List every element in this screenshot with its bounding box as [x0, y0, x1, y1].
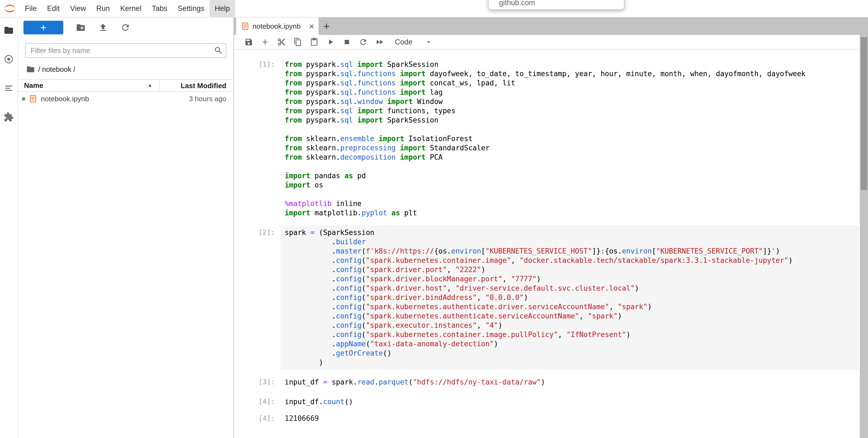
- menu-item-file[interactable]: File: [20, 0, 42, 17]
- code-editor[interactable]: input_df.count(): [280, 395, 859, 409]
- code-line: .config("spark.driver.host", "driver-ser…: [285, 284, 855, 293]
- paste-cells-button[interactable]: [306, 35, 322, 49]
- file-row[interactable]: notebook.ipynb3 hours ago: [18, 92, 234, 106]
- code-line: .config("spark.kubernetes.container.imag…: [285, 256, 855, 265]
- code-cell-4[interactable]: [4]:input_df.count(): [234, 392, 859, 411]
- menu-item-run[interactable]: Run: [91, 0, 115, 17]
- menu-item-settings[interactable]: Settings: [173, 0, 210, 17]
- tab-bar: notebook.ipynb× +: [234, 18, 868, 35]
- code-line: from pyspark.sql.functions import concat…: [285, 78, 855, 88]
- code-line: .config("spark.kubernetes.authenticate.d…: [285, 302, 855, 311]
- code-editor[interactable]: from pyspark.sql import SparkSessionfrom…: [280, 57, 859, 220]
- folder-icon: [26, 65, 35, 74]
- jupyter-logo-icon: [0, 2, 20, 15]
- breadcrumb-path: / notebook /: [38, 65, 75, 74]
- code-editor[interactable]: spark = (SparkSession .builder .master(f…: [280, 225, 859, 370]
- notebook-content: [1]:from pyspark.sql import SparkSession…: [234, 50, 868, 438]
- code-line: import matplotlib.pyplot as plt: [285, 208, 855, 217]
- notebook-toolbar: Code: [234, 35, 868, 50]
- refresh-button[interactable]: [121, 23, 130, 32]
- code-line: [285, 189, 855, 199]
- run-cell-button[interactable]: [322, 35, 339, 49]
- code-line: .config("spark.kubernetes.authenticate.s…: [285, 311, 855, 321]
- cell-type-value: Code: [395, 38, 412, 47]
- input-prompt: [1]:: [234, 57, 280, 220]
- toolbar-buttons: [241, 35, 388, 49]
- code-line: from sklearn.preprocessing import Standa…: [285, 143, 855, 152]
- cut-cells-button[interactable]: [273, 35, 289, 49]
- tab-label: notebook.ipynb: [252, 22, 301, 31]
- cell-type-dropdown[interactable]: Code: [395, 38, 433, 47]
- output-text: 12106669: [280, 413, 323, 424]
- menu-item-help[interactable]: Help: [210, 0, 235, 17]
- popup-text: github.com: [499, 0, 535, 7]
- menu-items: FileEditViewRunKernelTabsSettingsHelp: [20, 0, 235, 17]
- new-launcher-button[interactable]: +: [24, 21, 63, 34]
- input-prompt: [2]:: [234, 225, 280, 370]
- extensions-icon[interactable]: [4, 112, 14, 123]
- insert-cell-button[interactable]: [257, 35, 273, 49]
- code-cell-3[interactable]: [3]:input_df = spark.read.parquet("hdfs:…: [234, 372, 859, 392]
- tab-notebook[interactable]: notebook.ipynb×: [236, 18, 318, 35]
- code-line: from pyspark.sql.window import Window: [285, 97, 855, 106]
- menu-item-edit[interactable]: Edit: [42, 0, 65, 17]
- code-cell-1[interactable]: [1]:from pyspark.sql import SparkSession…: [234, 55, 859, 223]
- code-line: .config("spark.kubernetes.container.imag…: [285, 330, 855, 339]
- code-line: .config("spark.driver.port", "2222"): [285, 265, 855, 274]
- input-prompt: [3]:: [234, 375, 280, 389]
- new-folder-button[interactable]: [76, 23, 86, 32]
- code-line: .builder: [285, 237, 855, 246]
- running-kernels-icon[interactable]: [4, 54, 14, 65]
- code-line: import os: [285, 180, 855, 189]
- file-last-modified: 3 hours ago: [159, 95, 234, 103]
- file-list: notebook.ipynb3 hours ago: [18, 92, 234, 106]
- code-line: .config("spark.executor.instances", "4"): [285, 321, 855, 330]
- notebook-icon: [241, 22, 249, 30]
- menu-item-view[interactable]: View: [65, 0, 91, 17]
- code-editor[interactable]: input_df = spark.read.parquet("hdfs://hd…: [280, 375, 859, 389]
- file-browser-toolbar: +: [18, 18, 234, 38]
- code-line: from sklearn.ensemble import IsolationFo…: [285, 134, 855, 143]
- cell-output: [4]:12106669: [234, 411, 859, 425]
- copy-cells-button[interactable]: [289, 35, 306, 49]
- code-line: ): [285, 358, 855, 367]
- restart-kernel-button[interactable]: [355, 35, 371, 49]
- dock-panel: notebook.ipynb× + Code [1]:from pyspark.…: [234, 18, 868, 438]
- filter-box: [25, 43, 226, 58]
- code-cell-2[interactable]: [2]:spark = (SparkSession .builder .mast…: [234, 223, 859, 372]
- code-line: from pyspark.sql import SparkSession: [285, 115, 855, 125]
- sort-ascending-icon: ▲: [148, 83, 152, 88]
- code-line: input_df.count(): [285, 397, 855, 406]
- name-column-label: Name: [24, 81, 43, 90]
- menu-item-tabs[interactable]: Tabs: [147, 0, 173, 17]
- file-browser-icon[interactable]: [4, 25, 14, 36]
- scrollbar-thumb[interactable]: [861, 37, 867, 190]
- code-line: .master(f'k8s://https://{os.environ["KUB…: [285, 246, 855, 256]
- output-prompt: [4]:: [234, 413, 280, 424]
- file-browser-panel: + / notebook / Name ▲ Last Modified note…: [18, 18, 234, 438]
- code-line: %matplotlib inline: [285, 199, 855, 208]
- running-kernel-indicator: [22, 97, 25, 101]
- code-line: spark = (SparkSession: [285, 228, 855, 237]
- help-link-popup: github.com: [488, 0, 624, 10]
- save-button[interactable]: [241, 35, 257, 49]
- table-of-contents-icon[interactable]: [4, 83, 14, 94]
- breadcrumb[interactable]: / notebook /: [18, 58, 234, 79]
- vertical-scrollbar[interactable]: [860, 35, 868, 438]
- menu-item-kernel[interactable]: Kernel: [115, 0, 147, 17]
- interrupt-kernel-button[interactable]: [339, 35, 355, 49]
- search-icon: [214, 46, 223, 56]
- restart-run-all-button[interactable]: [371, 35, 388, 49]
- close-icon[interactable]: ×: [309, 22, 314, 31]
- code-line: from sklearn.decomposition import PCA: [285, 152, 855, 162]
- column-header-name[interactable]: Name ▲: [18, 80, 159, 91]
- menu-bar: FileEditViewRunKernelTabsSettingsHelp: [0, 0, 868, 18]
- add-tab-button[interactable]: +: [318, 18, 334, 35]
- column-header-last-modified[interactable]: Last Modified: [159, 80, 234, 91]
- code-line: [285, 162, 855, 171]
- filter-files-input[interactable]: [25, 43, 226, 58]
- code-line: from pyspark.sql.functions import dayofw…: [285, 69, 855, 78]
- upload-button[interactable]: [98, 23, 108, 32]
- chevron-down-icon: [425, 38, 433, 46]
- code-line: from pyspark.sql.functions import lag: [285, 88, 855, 97]
